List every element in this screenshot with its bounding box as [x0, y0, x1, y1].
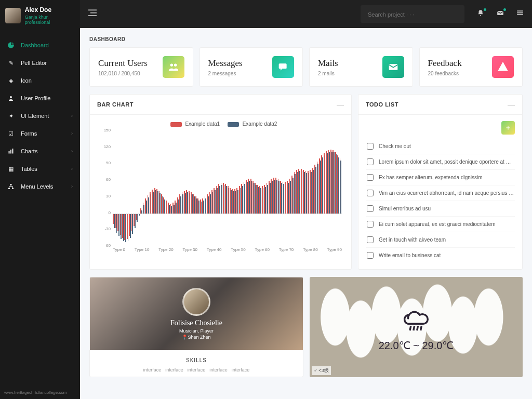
envelope-icon[interactable]: [497, 9, 504, 19]
sidebar-item-user-profile[interactable]: User Profile: [0, 89, 80, 107]
sidebar-item-pell-editor[interactable]: ✎ Pell Editor: [0, 54, 80, 72]
chevron-right-icon: ›: [71, 149, 73, 154]
svg-rect-12: [517, 12, 523, 14]
todo-checkbox[interactable]: [367, 236, 374, 243]
card-title: Current Users: [98, 58, 148, 69]
todo-item[interactable]: Simul erroribus ad usu: [366, 201, 515, 217]
todo-label: Simul erroribus ad usu: [379, 206, 431, 211]
todo-label: Write email to business cat: [379, 252, 441, 258]
skills-tags: interfaceinterfaceinterfaceinterfaceinte…: [95, 367, 298, 373]
magic-icon: ✦: [7, 112, 15, 119]
profile-avatar[interactable]: [182, 288, 210, 316]
cards-row: Current Users 102,018 / 200,450 Messages…: [80, 47, 532, 87]
chevron-right-icon: ›: [71, 166, 73, 171]
card-sub: 102,018 / 200,450: [98, 71, 148, 76]
search-input[interactable]: [368, 11, 457, 18]
todo-label: Lorem ipsum dolor sit amet, possit deniq…: [379, 159, 511, 165]
todo-item[interactable]: Ex has semper alterum, expetenda digniss…: [366, 170, 515, 185]
svg-rect-6: [12, 188, 14, 190]
todo-list: Check me outLorem ipsum dolor sit amet, …: [366, 139, 515, 263]
svg-rect-3: [12, 149, 14, 154]
x-tick: Type 10: [135, 247, 149, 255]
sidebar-item-label: Pell Editor: [21, 60, 47, 66]
temperature-text: 22.0℃ ~ 29.0℃: [379, 339, 454, 352]
panel-body: Example data1 Example data2 150120906030…: [90, 115, 351, 261]
sidebar-item-tables[interactable]: ▦ Tables ›: [0, 160, 80, 178]
todo-item[interactable]: Lorem ipsum dolor sit amet, possit deniq…: [366, 154, 515, 170]
svg-rect-13: [517, 14, 523, 15]
card-current-users[interactable]: Current Users 102,018 / 200,450: [89, 47, 193, 87]
sidebar-item-label: Tables: [21, 166, 37, 172]
sidebar-item-menu-levels[interactable]: Menu Levels ›: [0, 178, 80, 195]
skills-section: SKILLS interfaceinterfaceinterfaceinterf…: [90, 350, 303, 377]
sidebar-item-label: Charts: [21, 148, 37, 154]
todo-label: Ex has semper alterum, expetenda digniss…: [379, 175, 483, 180]
todo-checkbox[interactable]: [367, 205, 374, 212]
x-tick: Type 70: [279, 247, 294, 255]
chart-plot: [113, 134, 342, 245]
weather-panel: 22.0℃ ~ 29.0℃ ♂ <3级: [310, 277, 523, 377]
todo-checkbox[interactable]: [367, 174, 374, 181]
todo-item[interactable]: Get in touch with akveo team: [366, 232, 515, 248]
svg-rect-5: [8, 188, 10, 190]
todo-checkbox[interactable]: [367, 158, 374, 165]
chevron-right-icon: ›: [71, 113, 73, 118]
add-todo-button[interactable]: ＋: [501, 121, 515, 135]
skills-label: SKILLS: [95, 357, 298, 363]
todo-item[interactable]: Ei cum solet appareat, ex est graeci med…: [366, 217, 515, 232]
legend-label-a: Example data1: [185, 121, 220, 127]
table-icon: ▦: [7, 165, 15, 172]
svg-line-20: [421, 326, 422, 330]
bar-chart-panel: BAR CHART — Example data1 Example data2 …: [89, 94, 352, 270]
sidebar-item-forms[interactable]: ☑ Forms ›: [0, 125, 80, 142]
todo-label: Vim an eius ocurreret abhorreant, id nam…: [379, 190, 514, 196]
avatar[interactable]: [5, 8, 21, 23]
card-texts: Feedback 20 feedbacks: [428, 58, 462, 76]
rain-cloud-icon: [398, 303, 434, 336]
todo-checkbox[interactable]: [367, 143, 374, 150]
todo-checkbox[interactable]: [367, 190, 374, 196]
svg-rect-7: [88, 9, 97, 10]
sidebar-item-label: Forms: [21, 130, 37, 137]
y-tick: 60: [106, 177, 111, 182]
todo-item[interactable]: Write email to business cat: [366, 248, 515, 263]
sidebar-item-ui-element[interactable]: ✦ UI Element ›: [0, 107, 80, 125]
sidebar-item-icon[interactable]: ◈ Icon: [0, 72, 80, 89]
chart-legend: Example data1 Example data2: [97, 121, 344, 127]
menu-toggle-icon[interactable]: [88, 9, 97, 19]
minus-icon[interactable]: —: [337, 100, 344, 109]
todo-item[interactable]: Vim an eius ocurreret abhorreant, id nam…: [366, 185, 515, 201]
sidebar: Alex Doe Ganja khur, professional Dashbo…: [0, 0, 80, 399]
sidebar-item-dashboard[interactable]: Dashboard: [0, 36, 80, 54]
panel-title: BAR CHART: [97, 101, 134, 108]
y-tick: -60: [104, 243, 111, 248]
y-tick: 120: [104, 144, 111, 149]
card-title: Messages: [208, 58, 243, 69]
search-box[interactable]: [361, 5, 464, 23]
panel-row: BAR CHART — Example data1 Example data2 …: [80, 87, 532, 270]
sidebar-item-label: Menu Levels: [21, 183, 53, 190]
todo-item[interactable]: Check me out: [366, 139, 515, 154]
svg-rect-11: [517, 10, 523, 11]
bottom-row: Folisise Chosielie Musician, Player 📍She…: [80, 270, 532, 384]
x-tick: Type 40: [207, 247, 221, 255]
chevron-right-icon: ›: [71, 184, 73, 189]
list-icon[interactable]: [516, 9, 524, 19]
y-tick: -30: [104, 227, 111, 231]
svg-point-0: [10, 96, 12, 98]
sidebar-item-label: Icon: [21, 77, 32, 84]
skill-tag: interface: [209, 367, 228, 373]
sidebar-item-charts[interactable]: Charts ›: [0, 142, 80, 160]
todo-checkbox[interactable]: [367, 221, 374, 228]
todo-checkbox[interactable]: [367, 252, 374, 259]
card-mails[interactable]: Mails 2 mails: [309, 47, 413, 87]
bar: [340, 161, 341, 214]
y-tick: 30: [106, 193, 111, 198]
minus-icon[interactable]: —: [508, 100, 515, 109]
chat-icon: [272, 56, 294, 78]
bell-icon[interactable]: [477, 9, 484, 19]
svg-line-17: [410, 326, 411, 330]
card-feedback[interactable]: Feedback 20 feedbacks: [419, 47, 523, 87]
card-messages[interactable]: Messages 2 messages: [200, 47, 303, 87]
weather-content: 22.0℃ ~ 29.0℃: [310, 277, 523, 377]
